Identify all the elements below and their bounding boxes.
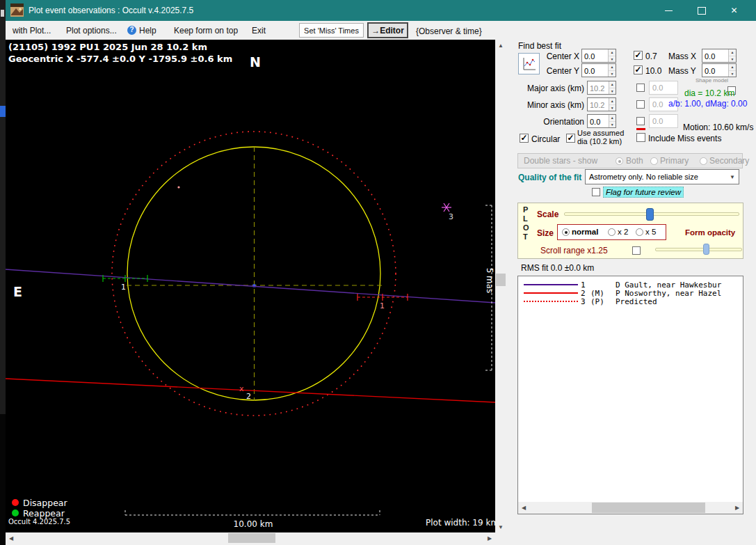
center-x-input[interactable]: ▲▼ (581, 49, 616, 63)
list-scroll-right-icon[interactable]: ▶ (732, 502, 743, 514)
minor-axis-input[interactable]: ▲▼ (587, 97, 616, 111)
double-stars-both-label: Both (626, 156, 643, 166)
scroll-up-icon[interactable]: ▲ (495, 40, 506, 51)
disappear-legend-label: Disappear (23, 498, 67, 508)
disappear-legend-dot (12, 499, 19, 506)
plot-letter-o: O (523, 223, 529, 232)
double-stars-secondary-radio[interactable] (700, 157, 707, 165)
weight-b-checkbox[interactable] (634, 65, 643, 74)
weight-a-checkbox[interactable] (634, 51, 643, 60)
titlebar[interactable]: Plot event observations : Occult v.4.202… (6, 0, 756, 21)
circular-checkbox[interactable] (520, 134, 529, 143)
chord-2-line-sample (524, 292, 578, 294)
background-window-edge (0, 0, 6, 545)
close-button[interactable] (718, 0, 750, 21)
plot-area: 1 1 x 2 3 (21105) 1992 PU1 2025 (6, 40, 495, 532)
size-normal-radio[interactable] (562, 228, 570, 236)
scroll-right-icon[interactable]: ▶ (484, 532, 495, 544)
diameter-readout: dia = 10.2 km (684, 88, 734, 98)
set-miss-times-button[interactable]: Set 'Miss' Times (299, 23, 364, 38)
orientation-input[interactable]: ▲▼ (587, 114, 616, 128)
scroll-range-checkbox[interactable] (632, 246, 641, 255)
plot-controls-box: P L O T Scale Size normal x 2 x 5 (517, 203, 743, 259)
menu-with-plot[interactable]: with Plot... (13, 26, 51, 35)
list-scroll-thumb[interactable] (592, 503, 705, 513)
ab-dmag-readout: a/b: 1.00, dMag: 0.00 (668, 99, 747, 109)
major-axis-checkbox[interactable] (636, 84, 645, 92)
menu-help[interactable]: Help (139, 26, 156, 35)
center-x-spinner[interactable]: ▲▼ (608, 49, 616, 62)
double-stars-both-radio[interactable] (616, 157, 623, 165)
reappear-legend-dot (12, 510, 19, 516)
plot-vertical-scrollbar[interactable]: ▲ ▼ (495, 40, 506, 532)
scroll-down-icon[interactable]: ▼ (495, 521, 506, 532)
form-opacity-thumb[interactable] (703, 244, 709, 255)
size-x2-radio[interactable] (608, 228, 616, 236)
menu-exit[interactable]: Exit (252, 26, 266, 35)
scale-slider[interactable] (564, 208, 739, 221)
background-artifact (1, 10, 4, 17)
best-fit-chart-button[interactable] (518, 53, 540, 74)
major-axis-spinner[interactable]: ▲▼ (609, 81, 616, 94)
chord-list-horizontal-scrollbar[interactable]: ◀ ▶ (518, 502, 743, 514)
list-scroll-left-icon[interactable]: ◀ (518, 502, 529, 514)
plot-letter-p: P (523, 205, 528, 214)
center-y-spinner[interactable]: ▲▼ (608, 64, 616, 77)
version-label: Occult 4.2025.7.5 (8, 518, 70, 526)
vertical-scroll-thumb[interactable] (496, 274, 506, 286)
include-miss-checkbox[interactable] (636, 133, 645, 142)
menu-plot-options[interactable]: Plot options... (66, 26, 117, 35)
menu-keep-on-top[interactable]: Keep form on top (174, 26, 238, 35)
center-y-label: Center Y (538, 66, 579, 76)
size-x2-label: x 2 (618, 228, 628, 236)
orientation-spinner[interactable]: ▲▼ (609, 115, 616, 127)
form-opacity-slider[interactable] (655, 244, 742, 255)
desktop: Plot event observations : Occult v.4.202… (0, 0, 756, 545)
horizontal-scroll-thumb[interactable] (228, 533, 275, 543)
scale-slider-thumb[interactable] (646, 208, 654, 221)
orientation-checkbox[interactable] (636, 117, 645, 125)
menu-bar: with Plot... Plot options... Help Keep f… (6, 21, 756, 40)
quality-dropdown[interactable]: Astrometry only. No reliable size ▼ (585, 169, 739, 184)
minimize-button[interactable] (652, 0, 685, 21)
scroll-left-icon[interactable]: ◀ (6, 532, 17, 544)
major-axis-input[interactable]: ▲▼ (587, 81, 616, 95)
size-label: Size (537, 228, 554, 238)
double-stars-primary-label: Primary (660, 156, 689, 166)
chord-1-label-right: 1 (380, 301, 385, 310)
size-x5-radio[interactable] (636, 228, 643, 236)
app-window: Plot event observations : Occult v.4.202… (6, 0, 756, 545)
chevron-down-icon[interactable]: ▼ (727, 171, 738, 183)
rms-readout: RMS fit 0.0 ±0.0 km (521, 263, 594, 273)
stray-point (177, 186, 179, 188)
shape-model-label: Shape model (695, 77, 728, 84)
chord-list[interactable]: 1 D Gault, near Hawkesbur 2 (M) P Noswor… (517, 276, 743, 514)
maximize-button[interactable] (685, 0, 718, 21)
mass-y-input[interactable]: ▲▼ (702, 63, 737, 77)
minor-axis-checkbox[interactable] (636, 100, 645, 109)
chord-row-1[interactable]: 1 D Gault, near Hawkesbur (518, 281, 743, 289)
help-icon[interactable] (127, 26, 136, 35)
chord-row-2[interactable]: 2 (M) P Nosworthy, near Hazel (518, 289, 743, 297)
background-artifact-black (0, 414, 6, 545)
mass-y-spinner[interactable]: ▲▼ (728, 64, 736, 77)
plot-horizontal-scrollbar[interactable]: ◀ ▶ (6, 532, 495, 544)
flag-review-checkbox[interactable] (592, 188, 600, 196)
chord-row-3[interactable]: 3 (P) Predicted (518, 297, 743, 306)
chord-2-cross-marker: x (239, 384, 244, 393)
plot-title-line1: (21105) 1992 PU1 2025 Jun 28 10.2 km (8, 42, 207, 52)
minor-axis-spinner[interactable]: ▲▼ (609, 98, 616, 111)
scrollbar-corner (495, 532, 506, 544)
quality-value: Astrometry only. No reliable size (589, 173, 698, 181)
editor-button[interactable]: →Editor (367, 22, 408, 38)
horizontal-scale-label: 10.00 km (234, 519, 273, 529)
use-assumed-checkbox[interactable] (566, 134, 575, 143)
quality-label: Quality of the fit (518, 173, 581, 182)
flag-review-label: Flag for future review (603, 187, 684, 198)
mass-x-spinner[interactable]: ▲▼ (728, 49, 736, 62)
center-y-input[interactable]: ▲▼ (581, 63, 616, 77)
mass-x-input[interactable]: ▲▼ (702, 49, 737, 63)
double-stars-primary-radio[interactable] (650, 157, 658, 165)
plot-canvas[interactable]: 1 1 x 2 3 (21105) 1992 PU1 2025 (6, 40, 495, 532)
plot-letter-l: L (523, 214, 528, 223)
